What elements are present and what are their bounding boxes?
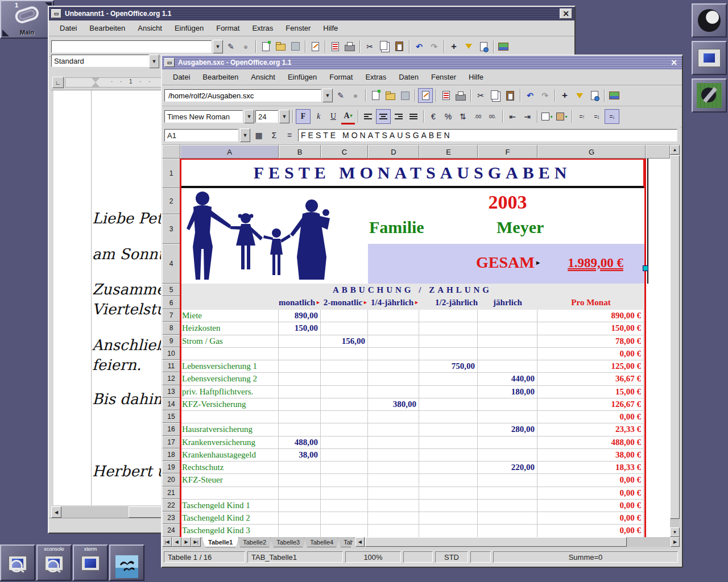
cell-E17[interactable] [419,436,478,449]
cell-C7[interactable] [321,310,368,322]
row-header-17[interactable]: 17 [162,436,180,448]
period-header-E[interactable]: 1/2-jährlich [419,296,478,309]
row-header-16[interactable]: 16 [162,423,180,435]
cell-B17[interactable]: 488,00 [279,436,321,449]
cell-F17[interactable] [478,436,537,449]
cell-G13[interactable]: 15,00 € [537,386,644,398]
edit-file-icon[interactable] [308,40,322,53]
sum-icon[interactable]: Σ [267,128,281,142]
cell-F16[interactable]: 280,00 [478,423,537,436]
cell-E18[interactable] [419,449,478,462]
undo-icon[interactable]: ↶ [412,40,426,53]
cell-C18[interactable] [321,449,368,462]
row-header-9[interactable]: 9 [162,335,180,347]
column-header-E[interactable]: E [419,145,478,159]
cell-E15[interactable] [419,411,478,423]
cell-A13[interactable]: priv. Haftpflichtvers. [180,386,279,398]
cell-E11[interactable]: 750,00 [419,360,478,373]
cell-G20[interactable]: 0,00 € [537,474,644,487]
tab-hscroll-thumb[interactable] [365,537,627,547]
cell-A23[interactable]: Taschengeld Kind 2 [180,512,279,525]
cell-C23[interactable] [321,512,368,525]
row-header-11[interactable]: 11 [162,360,180,372]
cell-F24[interactable] [478,525,537,537]
pager-main-button[interactable]: 1 Main [0,0,54,39]
cell-G21[interactable]: 0,00 € [537,487,644,500]
row-header-15[interactable]: 15 [162,410,180,423]
align-right-button[interactable] [392,110,406,123]
cell-C8[interactable] [321,322,368,335]
cell-D13[interactable] [368,386,419,398]
row-header-7[interactable]: 7 [162,309,180,322]
cell-E12[interactable] [419,373,478,385]
cell-G12[interactable]: 36,67 € [537,373,644,385]
cell-F18[interactable] [478,449,537,462]
column-header-A[interactable]: A [180,145,279,159]
vertical-scrollbar[interactable]: ▲ ▼ [670,145,680,537]
cell-C10[interactable] [321,348,368,360]
cell-A12[interactable]: Lebensversicherung 2 [180,373,279,385]
taskbar-button-xterm[interactable]: xterm [73,544,108,581]
row-header-4[interactable]: 4 [162,244,180,284]
cell-C9[interactable]: 156,00 [321,335,368,348]
gallery-icon[interactable] [497,40,510,53]
cell-E23[interactable] [419,512,478,525]
cell-C17[interactable] [321,436,368,449]
cell-F11[interactable] [478,360,537,373]
cell-B14[interactable] [279,398,321,411]
autofilter-icon[interactable] [573,89,586,102]
paste-icon[interactable] [392,40,406,53]
cell-family-name[interactable]: Meyer [497,218,544,237]
cell-A21[interactable] [180,487,279,500]
autofilter-icon[interactable] [462,40,475,53]
calc-url-input[interactable] [167,91,318,101]
calc-url-dropdown[interactable]: ▼ [322,89,333,102]
cell-C16[interactable] [321,423,368,436]
cell-total-value[interactable]: 1.989,00 € [556,253,635,273]
cell-reference-box[interactable]: A1 [164,129,238,142]
row-header-8[interactable]: 8 [162,322,180,334]
copy-icon[interactable] [489,89,502,102]
row-header-22[interactable]: 22 [162,499,180,512]
cell-D8[interactable] [368,322,419,335]
cut-icon[interactable]: ✂ [474,89,487,102]
cell-B7[interactable]: 890,00 [279,310,321,322]
cell-reference-dropdown[interactable]: ▼ [240,128,250,142]
taskbar-button-app3[interactable] [109,544,144,581]
cell-B15[interactable] [279,411,321,423]
cell-A15[interactable] [180,411,279,423]
hscroll-left-arrow[interactable]: ◀ [51,506,61,518]
function-wizard-icon[interactable]: ▦ [252,128,266,142]
menu-daten[interactable]: Daten [392,71,425,83]
row-header-20[interactable]: 20 [162,473,180,486]
tab-last-button[interactable]: ▶| [191,537,201,547]
calc-system-menu-icon[interactable]: ▭ [164,58,175,67]
cell-D14[interactable]: 380,00 [368,398,419,411]
row-header-6[interactable]: 6 [162,296,180,309]
row-header-24[interactable]: 24 [162,524,180,537]
edit-pen-icon[interactable]: ✎ [334,89,348,102]
cell-year[interactable]: 2003 [478,190,537,214]
cell-B24[interactable] [279,525,321,537]
writer-titlebar[interactable]: ▭ Unbenannt1 - OpenOffice.org 1.1 ✕ [49,7,574,20]
hyperlink-icon[interactable] [588,89,601,102]
cell-title-A1[interactable]: FESTE MONATSAUSGABEN [180,159,644,188]
print-file-icon[interactable] [439,89,453,102]
cell-G17[interactable]: 488,00 € [537,436,644,449]
cell-F12[interactable]: 440,00 [478,373,537,385]
font-color-button[interactable]: A▾ [341,109,355,124]
open-folder-icon[interactable] [274,40,287,53]
cell-C11[interactable] [321,360,368,373]
column-header-C[interactable]: C [321,145,368,159]
cell-B9[interactable] [279,335,321,348]
redo-icon[interactable]: ↷ [427,40,441,53]
cell-G11[interactable]: 125,00 € [537,360,644,373]
navigator-icon[interactable]: + [447,40,461,53]
row-header-1[interactable]: 1 [162,159,180,188]
cell-E13[interactable] [419,386,478,398]
cell-B20[interactable] [279,474,321,487]
cell-F10[interactable] [478,348,537,360]
cell-B16[interactable] [279,423,321,436]
menu-extras[interactable]: Extras [246,22,279,34]
function-icon[interactable]: = [283,128,296,142]
